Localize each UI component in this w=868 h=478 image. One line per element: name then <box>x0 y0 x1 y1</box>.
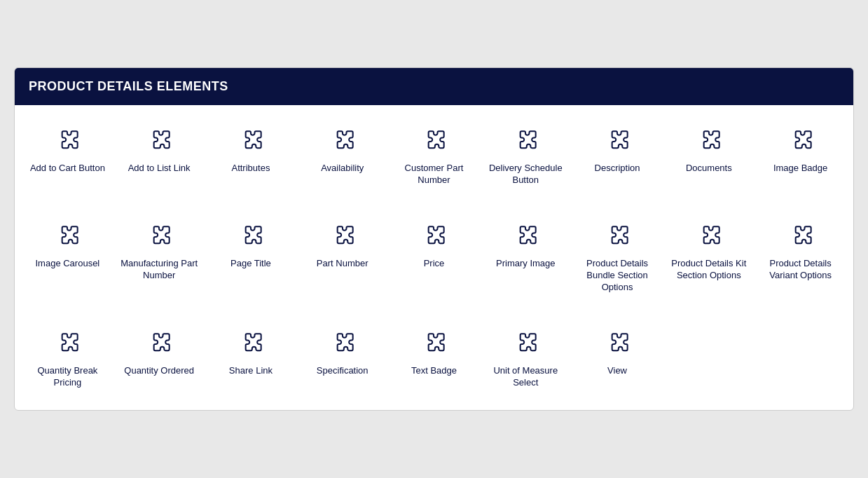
element-item-add-to-cart-button[interactable]: Add to Cart Button <box>22 119 113 193</box>
element-label-image-carousel: Image Carousel <box>35 258 99 270</box>
element-label-text-badge: Text Badge <box>411 365 457 377</box>
element-item-quantity-break-pricing[interactable]: Quantity Break Pricing <box>22 322 113 396</box>
element-item-share-link[interactable]: Share Link <box>205 322 297 396</box>
element-item-image-badge[interactable]: Image Badge <box>755 119 846 193</box>
element-item-description[interactable]: Description <box>572 119 663 193</box>
element-item-view[interactable]: View <box>572 322 663 396</box>
element-item-unit-of-measure-select[interactable]: Unit of Measure Select <box>480 322 572 396</box>
element-label-product-details-variant-options: Product Details Variant Options <box>760 258 841 282</box>
element-label-documents: Documents <box>686 163 732 175</box>
elements-grid: Add to Cart Button Add to List Link Attr… <box>22 119 846 395</box>
element-label-product-details-kit-section-options: Product Details Kit Section Options <box>668 258 749 282</box>
element-item-product-details-kit-section-options[interactable]: Product Details Kit Section Options <box>663 214 755 301</box>
element-label-customer-part-number: Customer Part Number <box>394 163 474 186</box>
element-label-add-to-cart-button: Add to Cart Button <box>30 163 105 175</box>
element-label-manufacturing-part-number: Manufacturing Part Number <box>119 258 200 282</box>
element-label-quantity-break-pricing: Quantity Break Pricing <box>27 365 108 389</box>
card-body: Add to Cart Button Add to List Link Attr… <box>15 105 853 409</box>
element-item-add-to-list-link[interactable]: Add to List Link <box>113 119 205 193</box>
element-item-page-title[interactable]: Page Title <box>205 214 297 301</box>
element-label-unit-of-measure-select: Unit of Measure Select <box>485 365 566 389</box>
element-item-product-details-variant-options[interactable]: Product Details Variant Options <box>755 214 846 301</box>
element-item-documents[interactable]: Documents <box>663 119 755 193</box>
element-label-add-to-list-link: Add to List Link <box>128 163 191 175</box>
card-title: PRODUCT DETAILS ELEMENTS <box>29 79 228 93</box>
element-item-delivery-schedule-button[interactable]: Delivery Schedule Button <box>480 119 572 193</box>
element-label-price: Price <box>424 258 445 270</box>
element-item-manufacturing-part-number[interactable]: Manufacturing Part Number <box>113 214 205 301</box>
element-item-attributes[interactable]: Attributes <box>205 119 297 193</box>
element-item-part-number[interactable]: Part Number <box>296 214 388 301</box>
row-divider <box>22 308 846 315</box>
element-label-quantity-ordered: Quantity Ordered <box>124 365 194 377</box>
card-header: PRODUCT DETAILS ELEMENTS <box>15 68 853 105</box>
element-label-primary-image: Primary Image <box>496 258 556 270</box>
element-label-image-badge: Image Badge <box>773 163 827 175</box>
element-label-attributes: Attributes <box>231 163 270 175</box>
element-item-availability[interactable]: Availability <box>296 119 388 193</box>
element-label-product-details-bundle-section-options: Product Details Bundle Section Options <box>577 258 658 294</box>
element-label-description: Description <box>595 163 640 175</box>
element-item-image-carousel[interactable]: Image Carousel <box>22 214 113 301</box>
element-item-specification[interactable]: Specification <box>296 322 388 396</box>
element-label-page-title: Page Title <box>230 258 271 270</box>
element-label-availability: Availability <box>321 163 364 175</box>
element-label-view: View <box>607 365 627 377</box>
element-label-specification: Specification <box>317 365 368 377</box>
element-item-customer-part-number[interactable]: Customer Part Number <box>388 119 480 193</box>
element-item-product-details-bundle-section-options[interactable]: Product Details Bundle Section Options <box>572 214 663 301</box>
product-details-card: PRODUCT DETAILS ELEMENTS Add to Cart But… <box>14 67 854 410</box>
element-label-part-number: Part Number <box>317 258 368 270</box>
element-item-text-badge[interactable]: Text Badge <box>388 322 480 396</box>
row-divider <box>22 200 846 207</box>
element-item-primary-image[interactable]: Primary Image <box>480 214 572 301</box>
element-item-price[interactable]: Price <box>388 214 480 301</box>
element-label-delivery-schedule-button: Delivery Schedule Button <box>485 163 566 186</box>
element-item-quantity-ordered[interactable]: Quantity Ordered <box>113 322 205 396</box>
element-label-share-link: Share Link <box>229 365 273 377</box>
